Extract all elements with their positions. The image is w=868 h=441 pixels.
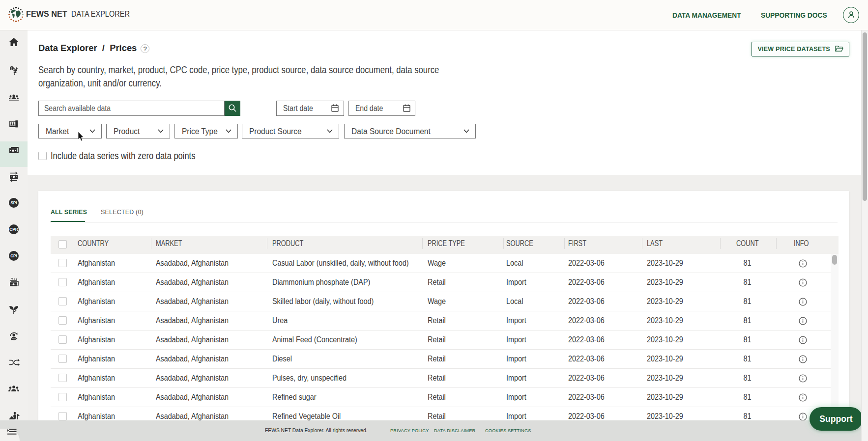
svg-text:CPI: CPI bbox=[10, 254, 17, 258]
svg-text:SPI: SPI bbox=[10, 201, 17, 205]
svg-text:CPR: CPR bbox=[9, 227, 18, 232]
